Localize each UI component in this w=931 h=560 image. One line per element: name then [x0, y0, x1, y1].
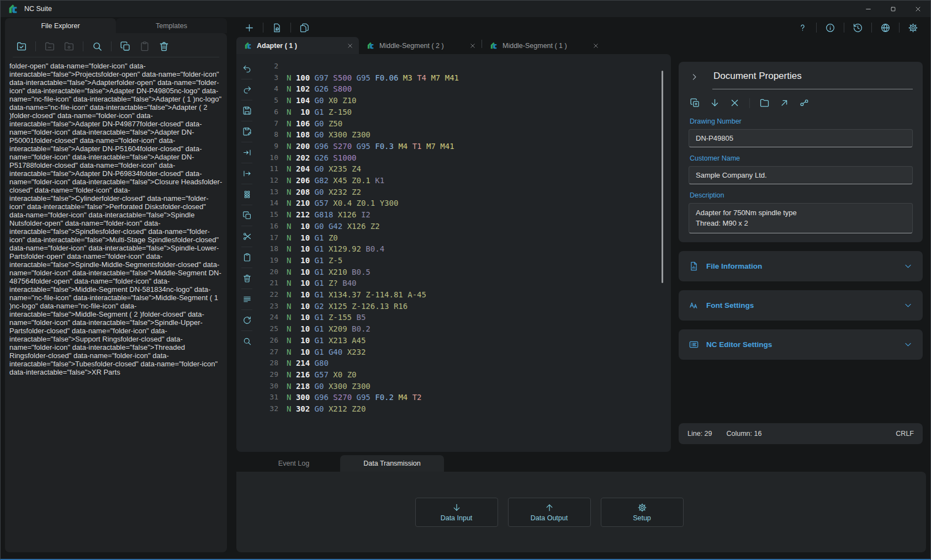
info-icon[interactable] [825, 23, 835, 33]
editor-tool-strip [236, 54, 257, 452]
setup-button[interactable]: Setup [601, 498, 684, 527]
minimize-button[interactable] [856, 1, 881, 17]
renumber-icon[interactable] [242, 190, 252, 199]
arrow-from-bar-icon[interactable] [242, 169, 252, 178]
chevron-down-icon[interactable] [903, 262, 913, 271]
line-number: 3 [262, 72, 278, 84]
folder-check-icon[interactable] [16, 41, 27, 52]
undo-icon[interactable] [242, 64, 252, 73]
copy-icon[interactable] [242, 211, 252, 220]
code-line: 7N 106 G0 Z50 [262, 118, 671, 130]
description-field[interactable]: Adapter for 750Nm spindle type Thread: M… [689, 203, 913, 233]
editor-tab[interactable]: Middle-Segment ( 1 ) [482, 37, 605, 54]
arrow-up-right-icon[interactable] [779, 98, 790, 108]
chevron-down-icon[interactable] [903, 301, 913, 310]
trash-icon[interactable] [242, 274, 252, 283]
line-number: 22 [262, 289, 278, 301]
tab-data-transmission[interactable]: Data Transmission [340, 455, 444, 472]
folder-icon[interactable] [759, 98, 770, 108]
section-file-information[interactable]: File Information [679, 251, 923, 281]
collapse-panel-icon[interactable] [690, 72, 699, 82]
close-tab-icon[interactable] [469, 42, 476, 49]
editor-tab-bar: Adapter ( 1 )Middle-Segment ( 2 )Middle-… [236, 37, 926, 54]
data-output-button[interactable]: Data Output [508, 498, 591, 527]
line-number: 27 [262, 346, 278, 358]
app-window: NC Suite File Explorer Templates folder-… [0, 0, 931, 560]
paste-icon[interactable] [242, 253, 252, 262]
select-list-icon[interactable] [242, 295, 252, 304]
refresh-icon[interactable] [242, 316, 252, 325]
editor-tab[interactable]: Adapter ( 1 ) [236, 37, 359, 54]
editor-region: 23N 100 G97 S500 G95 F0.06 M3 T4 M7 M414… [236, 54, 926, 452]
file-open-icon[interactable] [272, 23, 282, 33]
globe-icon[interactable] [880, 23, 891, 33]
titlebar: NC Suite [1, 1, 930, 17]
code-line: 28N 214 G80 [262, 358, 671, 369]
search-icon[interactable] [242, 337, 252, 346]
properties-toolbar [689, 89, 913, 110]
close-tab-icon[interactable] [593, 42, 599, 49]
redo-icon[interactable] [242, 85, 252, 94]
close-tab-icon[interactable] [347, 42, 353, 49]
code-line: 25N 10 G1 X209 B0.2 [262, 323, 671, 335]
toolbar-divider [844, 23, 844, 33]
search-icon[interactable] [92, 41, 103, 52]
link-icon[interactable] [799, 98, 810, 108]
maximize-button[interactable] [881, 1, 906, 17]
toolbar-divider [749, 98, 750, 108]
close-icon[interactable] [729, 98, 740, 108]
gear-icon[interactable] [908, 23, 918, 33]
paste-icon[interactable] [139, 41, 150, 52]
chevron-down-icon[interactable] [903, 340, 913, 349]
toolbar-divider [241, 289, 252, 289]
cut-icon[interactable] [242, 232, 252, 241]
code-line: 12N 206 G82 X45 Z0.1 K1 [262, 175, 671, 186]
data-input-button[interactable]: Data Input [415, 498, 498, 527]
code-line: 29N 216 G57 X0 Z0 [262, 369, 671, 381]
toolbar-divider [241, 100, 252, 100]
toolbar-divider [241, 310, 252, 310]
section-nc-editor-settings[interactable]: NC Editor Settings [679, 329, 923, 360]
toolbar-divider [241, 268, 252, 268]
folder-minus-icon[interactable] [44, 41, 55, 52]
arrow-down-icon [452, 503, 462, 513]
save-icon[interactable] [242, 106, 252, 115]
font-settings-icon [689, 300, 699, 311]
close-icon [914, 6, 922, 13]
toolbar-divider [241, 330, 252, 331]
code-line: 30N 218 G0 X300 Z300 [262, 381, 671, 392]
copy-icon[interactable] [120, 41, 131, 52]
save-as-icon[interactable] [242, 127, 252, 136]
arrow-to-bar-icon[interactable] [242, 148, 252, 157]
save-all-icon[interactable] [299, 23, 310, 33]
tab-templates[interactable]: Templates [116, 18, 227, 33]
plus-icon[interactable] [244, 23, 255, 33]
editor-tab[interactable]: Middle-Segment ( 2 ) [359, 37, 482, 54]
section-font-settings[interactable]: Font Settings [679, 290, 923, 321]
customer-name-field[interactable] [689, 166, 913, 184]
file-information-icon [689, 261, 699, 271]
arrow-down-icon[interactable] [710, 98, 720, 108]
history-icon[interactable] [853, 23, 863, 33]
maximize-icon [890, 6, 897, 13]
toolbar-divider [241, 142, 252, 142]
help-icon[interactable] [797, 23, 808, 33]
code-line: 23N 10 G2 X125 Z-126.13 R16 [262, 301, 671, 312]
status-column: Column: 16 [726, 430, 761, 438]
copy-add-icon[interactable] [690, 98, 700, 108]
editor-scrollbar[interactable] [662, 71, 663, 283]
line-number: 12 [262, 175, 278, 186]
folder-gear-icon[interactable] [64, 41, 75, 52]
code-line: 14N 210 G57 X0.4 Z0.1 Y300 [262, 198, 671, 209]
trash-icon[interactable] [158, 41, 170, 52]
document-properties-panel: Document Properties Drawing Number Custo… [671, 54, 926, 452]
tab-file-explorer[interactable]: File Explorer [5, 18, 116, 33]
close-button[interactable] [906, 1, 930, 17]
drawing-number-field[interactable] [689, 129, 913, 147]
code-line: 17N 10 G1 Z0 [262, 232, 671, 244]
tab-event-log[interactable]: Event Log [247, 455, 340, 472]
code-line: 4N 102 G26 S800 [262, 83, 671, 95]
cursor-status-bar: Line: 29 Column: 16 CRLF [679, 423, 923, 444]
code-area[interactable]: 23N 100 G97 S500 G95 F0.06 M3 T4 M7 M414… [257, 54, 671, 452]
line-number: 26 [262, 335, 278, 346]
